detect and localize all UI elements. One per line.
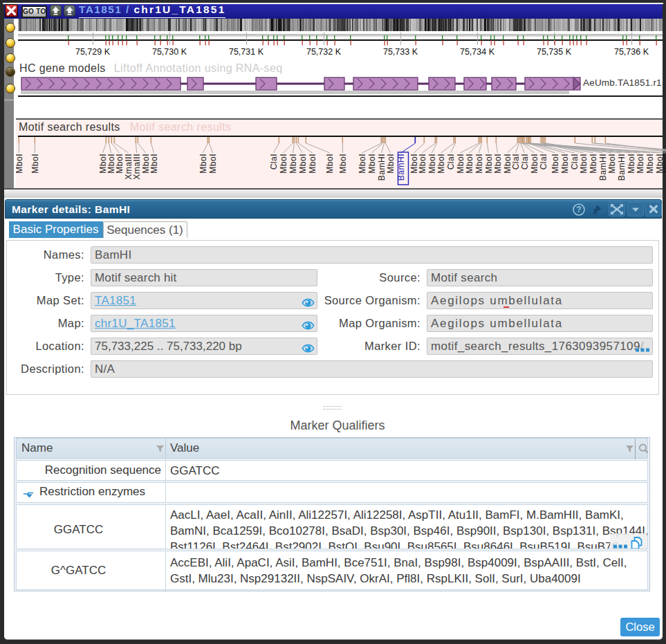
svg-text:MboI: MboI — [15, 154, 24, 174]
svg-text:MboI: MboI — [560, 154, 570, 174]
svg-text:MboI: MboI — [456, 154, 465, 174]
svg-text:MboI: MboI — [436, 154, 446, 174]
svg-text:MboI: MboI — [627, 154, 636, 174]
svg-text:MboI: MboI — [358, 154, 367, 174]
svg-text:MboI: MboI — [208, 154, 218, 174]
svg-text:MboI: MboI — [149, 154, 159, 174]
svg-text:MboI: MboI — [288, 154, 298, 174]
svg-text:XmaIII: XmaIII — [132, 154, 142, 180]
svg-text:MboI: MboI — [30, 154, 40, 174]
svg-text:MboI: MboI — [530, 154, 539, 174]
svg-text:MboI: MboI — [418, 154, 427, 174]
svg-text:BamHI: BamHI — [396, 154, 406, 181]
svg-text:ClaI: ClaI — [511, 154, 521, 169]
svg-text:MboI: MboI — [579, 154, 589, 174]
svg-text:BamHI: BamHI — [377, 154, 387, 181]
svg-text:ClaI: ClaI — [539, 154, 548, 169]
svg-text:MboI: MboI — [338, 154, 348, 174]
svg-text:MboI: MboI — [474, 154, 484, 174]
svg-text:MboI: MboI — [308, 154, 317, 174]
svg-text:MboI: MboI — [298, 154, 308, 174]
svg-text:MboI: MboI — [427, 154, 437, 174]
svg-text:MboI: MboI — [589, 154, 598, 174]
svg-text:MboI: MboI — [465, 154, 474, 174]
svg-text:MboI: MboI — [493, 154, 503, 174]
svg-text:MboI: MboI — [551, 154, 560, 174]
svg-text:ClaI: ClaI — [446, 154, 456, 169]
svg-text:ClaI: ClaI — [520, 154, 530, 169]
svg-text:MboI: MboI — [607, 154, 617, 174]
svg-text:BamHI: BamHI — [617, 154, 627, 181]
svg-text:MboI: MboI — [484, 154, 494, 174]
svg-text:MboI: MboI — [645, 154, 655, 174]
svg-text:MboI: MboI — [636, 154, 645, 174]
svg-text:MboI: MboI — [198, 154, 208, 174]
svg-text:MboI: MboI — [115, 154, 124, 174]
svg-text:MboI: MboI — [367, 154, 377, 174]
svg-text:?: ? — [576, 205, 581, 214]
svg-text:MboI: MboI — [386, 154, 396, 174]
svg-text:ClaI: ClaI — [269, 154, 279, 169]
svg-text:BamHI: BamHI — [598, 154, 608, 181]
svg-text:ClaI: ClaI — [570, 154, 580, 169]
svg-text:MboI: MboI — [661, 154, 666, 174]
svg-text:MboI: MboI — [325, 154, 335, 174]
svg-text:MboI: MboI — [279, 154, 288, 174]
